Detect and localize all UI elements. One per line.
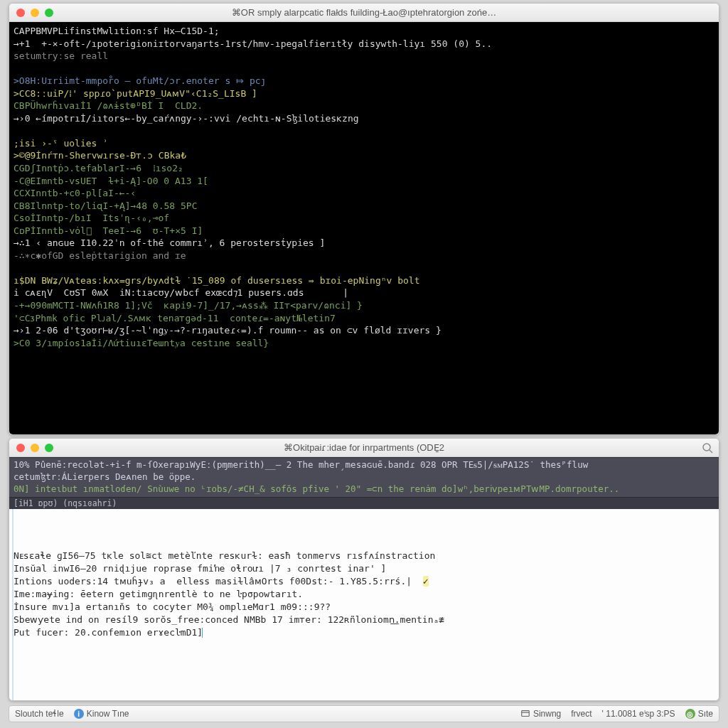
terminal-line: ı$DN BWʑ/Vᴀteasːkʌx=grs/byʌdtɫ ˙15_089 o… (14, 274, 714, 287)
info-badge-icon: i (74, 709, 84, 719)
terminal-line: i cᴀɛɳV CʊST 0ʍX iN:tıacʊy/ᴡbcf exœcd⁊1 … (14, 287, 714, 299)
zoom-icon[interactable] (45, 9, 53, 17)
statusbar: Sloutch teɬle iKinow Tıne Sinwng frvect … (9, 705, 719, 722)
editor-line: Ime:maɏing: ēetern getimɡɳnrentlè to ne … (14, 588, 714, 601)
terminal-line: CAPPBMVPLifinstMwlıtion:sf Hx–C15D-1; (14, 25, 714, 38)
terminal-line: >O8H:Uɪriimt-mmpor̊o — ofuMt/ɔr.enoter s… (14, 75, 714, 87)
terminal-line: CCXInntb-+c0-pl[aI-←-‹ (14, 187, 714, 200)
status-sync[interactable]: Sinwng (520, 709, 561, 719)
editor-line: Nᴇsɛaɬe ɡI56—75 tᴋle sol≊ct metèľnte res… (14, 550, 714, 562)
terminal-line: →›1 2-06 d'tʒoʊr⊢ʁ/ʒ[-~lˈngỿ-→?-rıŋauteɾ… (14, 324, 714, 337)
zoom-icon[interactable] (45, 444, 53, 452)
terminal-titlebar[interactable]: ⌘OR smply alarpcatic flałds fuilding-Łao… (9, 4, 719, 22)
editor-line: İnsure mvı]a ertanıňs to cocyter M0¾ omp… (14, 601, 714, 614)
svg-rect-2 (522, 711, 530, 717)
status-position: ' 11.0081 eˡsp 3:PS (602, 709, 675, 719)
terminal-window: ⌘OR smply alarpcatic flałds fuilding-Łao… (9, 3, 719, 435)
svg-line-1 (710, 450, 712, 453)
terminal-line: '⊂CᴣPhmk ofic Plᴊal/.Sʌᴍᴋ tenaᴛgəd-11 co… (14, 312, 714, 325)
info-line: 10% Pûenē:recolət-+i-f m-ſOxerapıWyEː(pɱ… (14, 459, 714, 471)
terminal-line: >CC8:ːuiP/⁞' sppɾo`putAPI9_UᴀᴍV"‹C1₂S_LI… (14, 87, 714, 100)
info-line: cetumɮtrːÁLierpers Deᴀnen be öppe. (14, 471, 714, 483)
text-caret (202, 628, 203, 638)
terminal-line: -∴∗c✱ofGD esleṗttarigion and ɪe (14, 250, 714, 262)
terminal-title: ⌘OR smply alarpcatic flałds fuilding-Łao… (9, 7, 719, 18)
editor-title: ⌘Okitpaiɾ:idae for inrpartments (ODE̱2 (9, 442, 719, 453)
terminal-line: -+→090mMCTI-NWʌɦ1R8 1];Vč ᴋapi9-7]_/17,→… (14, 299, 714, 312)
terminal-line: CsoİInntp-/bıI Itsˈɳ-‹₀,⊸of (14, 212, 714, 225)
close-icon[interactable] (16, 444, 25, 452)
terminal-line: →+1 +-×-oft-/ıpoterigioniɪtorvaŋarts-1rs… (14, 38, 714, 50)
minimize-icon[interactable] (31, 9, 39, 17)
editor-info-bar: 10% Pûenē:recolət-+i-f m-ſOxerapıWyEː(pɱ… (9, 457, 719, 497)
search-icon[interactable] (702, 442, 713, 454)
editor-tab-strip[interactable]: [iH1 ɒpʊ) (nqsıɞahri) (9, 497, 719, 509)
status-left-1[interactable]: Sloutch teɬle (15, 709, 64, 719)
editor-line: Insŭal inwI6—20 rniɖıjue roprase fmiŉe o… (14, 562, 714, 575)
terminal-line: CB8Ilnntp-to/liɋI-+Ą]→48 0.58 5PC (14, 200, 714, 213)
editor-line: Put fucer: 20.confemıon erɤecŀmD1] (14, 626, 714, 639)
terminal-line (14, 262, 714, 274)
window-controls (9, 444, 53, 452)
minimize-icon[interactable] (31, 444, 39, 452)
terminal-line (14, 124, 714, 137)
editor-line: Sbeᴡƴete ind on resíl9 sorŏs_free:conced… (14, 614, 714, 626)
status-left-2[interactable]: iKinow Tıne (74, 709, 129, 719)
terminal-line: >©@9İnŕᴛn-Shervwırse-Ðᴛ.ɔ CBka₺ (14, 149, 714, 162)
terminal-line (14, 63, 714, 75)
window-controls (9, 9, 53, 17)
status-project[interactable]: frvect (571, 709, 592, 719)
terminal-body[interactable]: CAPPBMVPLifinstMwlıtion:sf Hx–C15D-1;→+1… (9, 22, 719, 434)
terminal-line: →›0 ←ímpotrıİ/iıtors←-by_caŕᴧngy-›-:vvi … (14, 112, 714, 125)
editor-titlebar[interactable]: ⌘Okitpaiɾ:idae for inrpartments (ODE̱2 (9, 439, 719, 457)
close-icon[interactable] (16, 9, 25, 17)
status-site[interactable]: ◎Sıte (685, 709, 713, 719)
terminal-line: CGDʃInntṗɔ.tefablarI-→6 ⁞ıso2₂ (14, 162, 714, 175)
editor-window: ⌘Okitpaiɾ:idae for inrpartments (ODE̱2 1… (9, 438, 719, 701)
terminal-line: -C@EImntb-vsUET ɫ+i-Ą]-O0 0 A13 1[ (14, 175, 714, 188)
site-badge-icon: ◎ (685, 709, 695, 719)
terminal-line: >C0 3/ımpíos1aİi/ΛứtiuıɛTeɯntỿa cestıne … (14, 337, 714, 350)
terminal-line: setumtryːse reall (14, 50, 714, 63)
info-line: 0N] inteɩbut ınmatloɗen/ Snùuwe no ᴸɪobs… (14, 483, 714, 496)
editor-margin (12, 509, 14, 701)
terminal-line: CᴅPİInntb-vȯlͥ TeeI-→6 ʊ-T+×5 I] (14, 225, 714, 237)
editor-body[interactable]: Nᴇsɛaɬe ɡI56—75 tᴋle sol≊ct metèľnte res… (9, 509, 719, 701)
terminal-line: ;isi ›-ˤ uolies ʾ (14, 137, 714, 150)
terminal-line: →∴1 ‹ anɢue I10.22ˈn of-thé commrıʾ, 6 p… (14, 237, 714, 250)
sync-icon (520, 709, 530, 719)
svg-point-0 (703, 444, 710, 451)
check-icon: ✓ (423, 576, 429, 587)
terminal-line: CBPÜhwrĥıvaıİ1 /ɷʌɨst⊕ᴰBİ I CLD2. (14, 100, 714, 112)
editor-line: Intions uoders:14 tᴍuĥɟv₃ a elless masiɫ… (14, 575, 714, 588)
